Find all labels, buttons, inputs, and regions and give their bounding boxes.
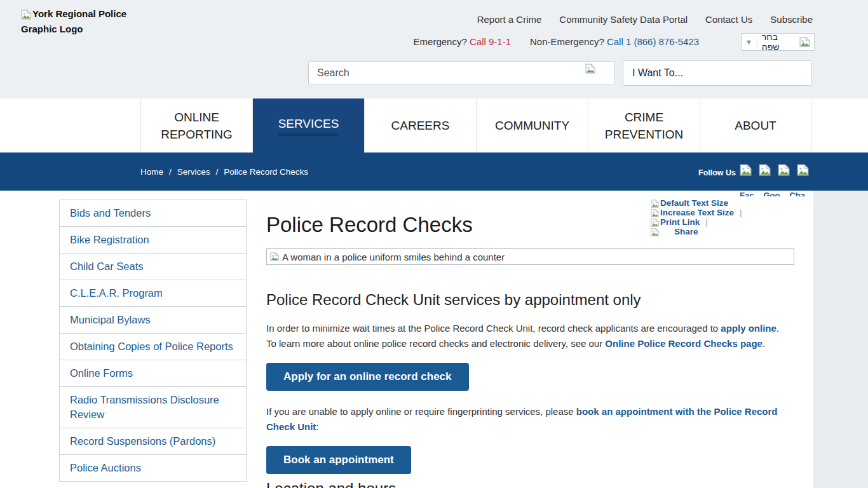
sidebar-item-bike-registration[interactable]: Bike Registration [59, 226, 247, 254]
main-navigation: ONLINE REPORTING SERVICES CAREERS COMMUN… [0, 98, 868, 152]
header: York Regional Police Graphic Logo Report… [0, 0, 868, 98]
subscribe-link[interactable]: Subscribe [770, 14, 813, 25]
apply-online-record-check-button[interactable]: Apply for an online record check [266, 363, 469, 391]
social-icon-2[interactable] [759, 164, 771, 176]
language-selector-label: בחר שפה [762, 32, 795, 52]
non-emergency-label: Non-Emergency? [530, 36, 604, 47]
appointment-paragraph: If you are unable to apply online or req… [266, 404, 782, 435]
breadcrumb: Home / Services / Police Record Checks [140, 167, 308, 177]
hero-image: A woman in a police uniform smiles behin… [266, 248, 794, 265]
book-appointment-button[interactable]: Book an appointment [266, 446, 411, 474]
right-gutter [813, 191, 868, 488]
alt-fragment: Fac [740, 191, 754, 196]
broken-image-icon [799, 36, 810, 48]
contact-us-link[interactable]: Contact Us [705, 14, 752, 25]
social-icon-4[interactable] [797, 164, 809, 176]
social-icon-3[interactable] [778, 164, 790, 176]
emergency-group: Emergency? Call 9-1-1 [414, 36, 511, 47]
search-input[interactable] [309, 62, 614, 85]
breadcrumb-band: Home / Services / Police Record Checks F… [0, 152, 868, 191]
broken-image-icon [651, 200, 659, 208]
tools-separator: | [705, 217, 708, 227]
online-record-checks-page-link[interactable]: Online Police Record Checks page [605, 338, 763, 349]
apply-online-link[interactable]: apply online [721, 323, 776, 334]
utility-links: Report a Crime Community Safety Data Por… [477, 14, 813, 25]
broken-image-icon [651, 209, 659, 217]
emergency-label: Emergency? [414, 36, 467, 47]
social-alt-text-fragments: Fac Goo Cha D [740, 191, 822, 196]
sidebar-item-online-forms[interactable]: Online Forms [59, 360, 247, 387]
nav-item-online-reporting[interactable]: ONLINE REPORTING [140, 98, 252, 152]
page-title: Police Record Checks [266, 213, 473, 237]
site-logo[interactable]: York Regional Police Graphic Logo [21, 6, 129, 37]
breadcrumb-home[interactable]: Home [140, 167, 163, 177]
social-icon-1[interactable] [740, 164, 752, 176]
report-a-crime-link[interactable]: Report a Crime [477, 14, 542, 25]
call-911-link[interactable]: Call 9-1-1 [470, 36, 511, 47]
sidebar-navigation: Bids and Tenders Bike Registration Child… [59, 200, 247, 482]
sidebar-item-obtaining-copies[interactable]: Obtaining Copies of Police Reports [59, 333, 247, 360]
sidebar-item-clear-program[interactable]: C.L.E.A.R. Program [59, 280, 247, 307]
share-button[interactable]: Share [651, 227, 803, 236]
sidebar-item-police-auctions[interactable]: Police Auctions [59, 454, 247, 482]
i-want-to-dropdown[interactable]: I Want To... [623, 60, 812, 86]
sidebar-item-municipal-bylaws[interactable]: Municipal Bylaws [59, 306, 247, 334]
i-want-to-label: I Want To... [632, 67, 683, 79]
page-tools: Default Text Size Increase Text Size| Pr… [651, 198, 803, 236]
printer-icon [651, 219, 659, 227]
search-box [308, 61, 615, 85]
alt-fragment: Cha [789, 191, 805, 196]
community-safety-data-portal-link[interactable]: Community Safety Data Portal [559, 14, 688, 25]
increase-text-size-button[interactable]: Increase Text Size| [651, 208, 803, 217]
nav-item-about[interactable]: ABOUT [700, 98, 811, 152]
sidebar-item-bids-and-tenders[interactable]: Bids and Tenders [59, 200, 247, 227]
content-area: Fac Goo Cha D Default Text Size Increase… [0, 191, 813, 488]
broken-image-icon [21, 10, 31, 20]
chevron-down-icon: ▼ [745, 38, 752, 46]
follow-us-label: Follow Us [698, 168, 736, 177]
sidebar-item-child-car-seats[interactable]: Child Car Seats [59, 253, 247, 280]
breadcrumb-separator: / [169, 167, 172, 177]
language-selector[interactable]: ▼ בחר שפה [741, 33, 815, 51]
nav-item-crime-prevention[interactable]: CRIME PREVENTION [588, 98, 700, 152]
share-icon [651, 228, 659, 236]
non-emergency-group: Non-Emergency? Call 1 (866) 876-5423 [530, 36, 699, 47]
social-icons [740, 164, 809, 176]
divider [757, 37, 757, 47]
tools-separator: | [740, 208, 742, 217]
emergency-row: Emergency? Call 9-1-1 Non-Emergency? Cal… [414, 36, 699, 47]
default-text-size-button[interactable]: Default Text Size [651, 198, 803, 208]
intro-paragraph: In order to minimize wait times at the P… [266, 321, 782, 351]
logo-alt-text: York Regional Police Graphic Logo [21, 8, 126, 34]
print-link-button[interactable]: Print Link| [651, 217, 803, 227]
nav-item-careers[interactable]: CAREERS [364, 98, 476, 152]
section-heading: Police Record Check Unit services by app… [266, 291, 641, 309]
hero-image-alt-text: A woman in a police uniform smiles behin… [282, 252, 505, 262]
non-emergency-phone-link[interactable]: Call 1 (866) 876-5423 [607, 36, 699, 47]
sidebar-item-radio-transmissions[interactable]: Radio Transmissions Disclosure Review [59, 386, 247, 428]
nav-item-services[interactable]: SERVICES [252, 98, 364, 152]
breadcrumb-current: Police Record Checks [224, 167, 308, 177]
nav-item-community[interactable]: COMMUNITY [476, 98, 588, 152]
alt-fragment: Goo [763, 191, 780, 196]
broken-image-icon [270, 252, 279, 261]
breadcrumb-services[interactable]: Services [177, 167, 210, 177]
search-icon[interactable] [585, 64, 595, 74]
breadcrumb-separator: / [216, 167, 219, 177]
location-hours-heading: Location and hours [266, 480, 396, 488]
sidebar-item-record-suspensions[interactable]: Record Suspensions (Pardons) [59, 428, 247, 455]
